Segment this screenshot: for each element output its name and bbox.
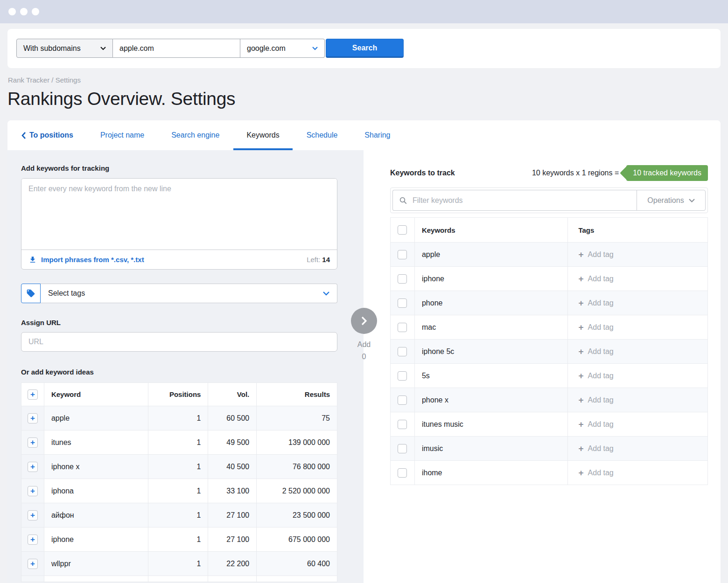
- select-tags-label: Select tags: [48, 289, 85, 298]
- domain-input[interactable]: [113, 39, 240, 58]
- add-tag-button[interactable]: + Add tag: [578, 274, 707, 283]
- window-control-dot[interactable]: [20, 8, 28, 15]
- ideas-header-keyword: Keyword: [44, 383, 148, 406]
- idea-volume: 60 500: [208, 406, 257, 430]
- tag-icon-box: [21, 284, 41, 303]
- row-checkbox[interactable]: [398, 396, 407, 405]
- operations-dropdown[interactable]: Operations: [637, 190, 706, 211]
- ideas-header-results: Results: [257, 383, 337, 406]
- search-button[interactable]: Search: [326, 39, 404, 58]
- add-idea-button[interactable]: +: [28, 413, 38, 423]
- window-control-dot[interactable]: [32, 8, 39, 15]
- idea-volume: 40 500: [208, 455, 257, 479]
- tracked-keyword-row: itunes music + Add tag: [391, 412, 708, 437]
- row-checkbox[interactable]: [398, 444, 407, 453]
- add-idea-button[interactable]: +: [28, 462, 38, 472]
- idea-keyword: apple: [44, 406, 148, 430]
- download-icon: [28, 256, 37, 264]
- filter-keywords-input[interactable]: [413, 196, 630, 205]
- idea-keyword: iphone: [44, 527, 148, 552]
- keyword-idea-row: + itunes 1 49 500 139 000 000: [21, 430, 337, 455]
- idea-positions: 1: [148, 503, 208, 527]
- add-idea-button[interactable]: +: [28, 534, 38, 545]
- add-tag-button[interactable]: + Add tag: [578, 250, 707, 259]
- left-count: 14: [322, 256, 330, 264]
- tracked-header-tags: Tags: [568, 218, 708, 243]
- subdomain-mode-select[interactable]: With subdomains: [16, 39, 113, 58]
- tracked-keyword: phone x: [414, 388, 568, 412]
- tracked-keyword: mac: [414, 315, 568, 340]
- tracked-keyword-row: phone + Add tag: [391, 291, 708, 315]
- tab-sharing[interactable]: Sharing: [364, 120, 390, 150]
- plus-icon: +: [578, 420, 583, 429]
- add-all-ideas-button[interactable]: +: [28, 389, 38, 400]
- tab-search-engine[interactable]: Search engine: [171, 120, 219, 150]
- idea-volume: 22 200: [208, 552, 257, 576]
- search-engine-value: google.com: [247, 44, 286, 53]
- row-checkbox[interactable]: [398, 347, 407, 356]
- add-tag-button[interactable]: + Add tag: [578, 420, 707, 429]
- row-checkbox[interactable]: [398, 298, 407, 308]
- select-tags-field: Select tags: [41, 284, 337, 303]
- chevron-left-icon: [21, 132, 26, 139]
- ideas-header-vol: Vol.: [208, 383, 257, 406]
- add-tag-label: Add tag: [588, 275, 614, 283]
- tab-schedule[interactable]: Schedule: [307, 120, 338, 150]
- page-title: Rankings Overview. Settings: [7, 89, 235, 109]
- row-checkbox[interactable]: [398, 371, 407, 381]
- select-all-checkbox[interactable]: [398, 225, 407, 235]
- add-tag-button[interactable]: + Add tag: [578, 347, 707, 356]
- idea-positions: 1: [148, 406, 208, 430]
- plus-icon: +: [578, 323, 583, 332]
- keywords-left-counter: Left:14: [307, 256, 330, 264]
- idea-results: 23 500 000: [257, 503, 337, 527]
- idea-results: 675 000 000: [257, 527, 337, 552]
- row-checkbox[interactable]: [398, 274, 407, 284]
- idea-results: 60 400: [257, 552, 337, 576]
- tab-project-name[interactable]: Project name: [100, 120, 144, 150]
- plus-icon: +: [578, 444, 583, 453]
- add-idea-button[interactable]: +: [28, 437, 38, 448]
- tracked-keyword: ihome: [414, 461, 568, 485]
- add-keywords-control: Add 0: [351, 308, 377, 361]
- idea-keyword: iphone x: [44, 455, 148, 479]
- tracked-keyword-row: iphone 5c + Add tag: [391, 340, 708, 364]
- tracked-keyword-row: imusic + Add tag: [391, 437, 708, 461]
- import-phrases-link[interactable]: Import phrases from *.csv, *.txt: [28, 256, 144, 264]
- plus-icon: +: [578, 396, 583, 404]
- tracked-keyword-row: phone x + Add tag: [391, 388, 708, 412]
- tracked-keyword: itunes music: [414, 412, 568, 437]
- add-tag-button[interactable]: + Add tag: [578, 371, 707, 380]
- window-control-dot[interactable]: [8, 8, 16, 15]
- add-idea-button[interactable]: +: [28, 559, 38, 569]
- keywords-to-track-title: Keywords to track: [390, 169, 455, 177]
- keyword-idea-row: + wllppr 1 22 200 60 400: [21, 552, 337, 576]
- row-checkbox[interactable]: [398, 250, 407, 259]
- add-idea-button[interactable]: +: [28, 486, 38, 496]
- plus-icon: +: [578, 274, 583, 283]
- row-checkbox[interactable]: [398, 323, 407, 332]
- idea-volume: 27 100: [208, 503, 257, 527]
- add-idea-button[interactable]: +: [28, 510, 38, 521]
- add-keywords-button[interactable]: [351, 308, 377, 334]
- row-checkbox[interactable]: [398, 420, 407, 429]
- add-tag-button[interactable]: + Add tag: [578, 468, 707, 477]
- assign-url-input[interactable]: [21, 332, 337, 352]
- window-title-bar: [0, 0, 728, 23]
- add-tag-button[interactable]: + Add tag: [578, 323, 707, 332]
- keywords-textarea[interactable]: [21, 179, 337, 250]
- tracked-header-row: Keywords Tags: [391, 218, 708, 243]
- select-tags-dropdown[interactable]: Select tags: [21, 284, 337, 303]
- add-tag-button[interactable]: + Add tag: [578, 298, 707, 307]
- ideas-header-positions: Positions: [148, 383, 208, 406]
- row-checkbox[interactable]: [398, 468, 407, 478]
- tab-to-positions[interactable]: To positions: [21, 120, 73, 150]
- search-engine-select[interactable]: google.com: [240, 39, 325, 58]
- add-tag-button[interactable]: + Add tag: [578, 444, 707, 453]
- tracked-keyword: iphone 5c: [414, 340, 568, 364]
- tab-keywords[interactable]: Keywords: [246, 120, 279, 150]
- add-tag-button[interactable]: + Add tag: [578, 396, 707, 404]
- idea-volume: 33 100: [208, 479, 257, 503]
- chevron-down-icon: [312, 47, 318, 50]
- tracked-keyword-row: apple + Add tag: [391, 243, 708, 267]
